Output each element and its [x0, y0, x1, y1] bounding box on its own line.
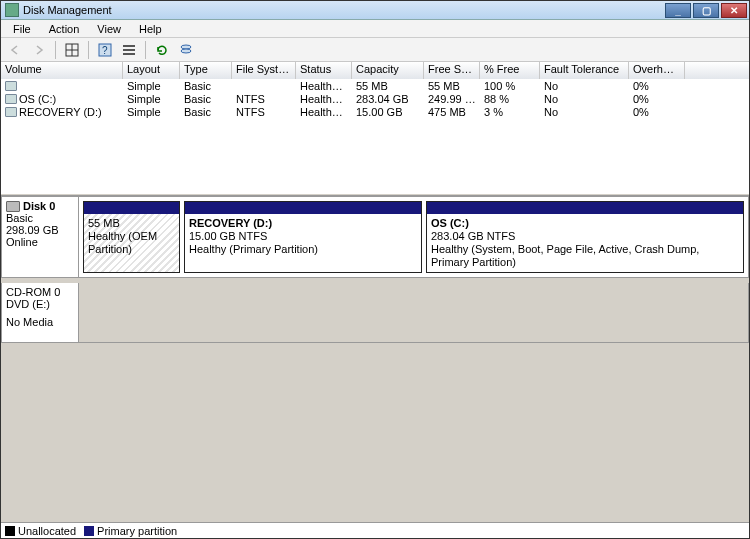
back-button: [5, 40, 25, 60]
partition-bar: [427, 202, 743, 214]
help-button[interactable]: ?: [95, 40, 115, 60]
cell-overhead: 0%: [629, 80, 685, 92]
partition-size: 55 MB: [88, 217, 175, 230]
cdrom-sub: DVD (E:): [6, 298, 74, 310]
table-row[interactable]: Simple Basic Healthy (... 55 MB 55 MB 10…: [1, 79, 749, 92]
cell-capacity: 283.04 GB: [352, 93, 424, 105]
col-layout[interactable]: Layout: [123, 62, 180, 79]
table-body: Simple Basic Healthy (... 55 MB 55 MB 10…: [1, 79, 749, 118]
disk-title: Disk 0: [23, 200, 55, 212]
empty-area: [1, 343, 749, 522]
menu-view[interactable]: View: [89, 22, 129, 36]
cell-status: Healthy (P...: [296, 106, 352, 118]
col-filesystem[interactable]: File System: [232, 62, 296, 79]
cell-type: Basic: [180, 106, 232, 118]
cell-free: 55 MB: [424, 80, 480, 92]
refresh-button[interactable]: [152, 40, 172, 60]
svg-rect-5: [123, 45, 135, 47]
rescan-button[interactable]: [176, 40, 196, 60]
disk-stack-icon: [179, 43, 193, 57]
partition-recovery[interactable]: RECOVERY (D:) 15.00 GB NTFS Healthy (Pri…: [184, 201, 422, 273]
partition-title: OS (C:): [431, 217, 739, 230]
maximize-button[interactable]: ▢: [693, 3, 719, 18]
cell-free: 475 MB: [424, 106, 480, 118]
cdrom-empty-area: [79, 283, 749, 343]
cell-capacity: 15.00 GB: [352, 106, 424, 118]
close-button[interactable]: ✕: [721, 3, 747, 18]
disk-icon: [6, 201, 20, 212]
col-type[interactable]: Type: [180, 62, 232, 79]
partition-status: Healthy (System, Boot, Page File, Active…: [431, 243, 739, 269]
cdrom-header[interactable]: CD-ROM 0 DVD (E:) No Media: [1, 283, 79, 343]
cell-ft: No: [540, 106, 629, 118]
settings-button[interactable]: [119, 40, 139, 60]
forward-button: [29, 40, 49, 60]
cell-status: Healthy (S...: [296, 93, 352, 105]
cell-status: Healthy (...: [296, 80, 352, 92]
partition-size: 15.00 GB NTFS: [189, 230, 417, 243]
table-empty-area[interactable]: [1, 118, 749, 194]
partition-bar: [84, 202, 179, 214]
svg-rect-6: [123, 49, 135, 51]
cdrom-row: CD-ROM 0 DVD (E:) No Media: [1, 283, 749, 343]
cell-free: 249.99 GB: [424, 93, 480, 105]
col-fault-tolerance[interactable]: Fault Tolerance: [540, 62, 629, 79]
arrow-left-icon: [8, 43, 22, 57]
cdrom-title: CD-ROM 0: [6, 286, 60, 298]
disk-header[interactable]: Disk 0 Basic 298.09 GB Online: [1, 196, 79, 278]
cell-pctfree: 88 %: [480, 93, 540, 105]
volume-icon: [5, 94, 17, 104]
partition-title: RECOVERY (D:): [189, 217, 417, 230]
app-icon: [5, 3, 19, 17]
partition-bar: [185, 202, 421, 214]
col-pctfree[interactable]: % Free: [480, 62, 540, 79]
svg-text:?: ?: [102, 45, 108, 56]
cell-layout: Simple: [123, 106, 180, 118]
toolbar: ?: [1, 38, 749, 62]
legend: Unallocated Primary partition: [1, 522, 749, 538]
cell-layout: Simple: [123, 93, 180, 105]
swatch-primary: [84, 526, 94, 536]
col-capacity[interactable]: Capacity: [352, 62, 424, 79]
col-status[interactable]: Status: [296, 62, 352, 79]
cell-pctfree: 100 %: [480, 80, 540, 92]
console-tree-button[interactable]: [62, 40, 82, 60]
table-row[interactable]: OS (C:) Simple Basic NTFS Healthy (S... …: [1, 92, 749, 105]
cell-fs: NTFS: [232, 93, 296, 105]
grid-icon: [65, 43, 79, 57]
cell-volume: OS (C:): [19, 93, 56, 105]
svg-rect-7: [123, 53, 135, 55]
partition-size: 283.04 GB NTFS: [431, 230, 739, 243]
svg-point-8: [181, 45, 191, 49]
col-volume[interactable]: Volume: [1, 62, 123, 79]
legend-unallocated: Unallocated: [5, 525, 76, 537]
menu-bar: File Action View Help: [1, 20, 749, 38]
menu-help[interactable]: Help: [131, 22, 170, 36]
cell-capacity: 55 MB: [352, 80, 424, 92]
disk-type: Basic: [6, 212, 74, 224]
cell-ft: No: [540, 80, 629, 92]
toolbar-sep: [55, 41, 56, 59]
minimize-button[interactable]: _: [665, 3, 691, 18]
col-overhead[interactable]: Overhead: [629, 62, 685, 79]
col-freespace[interactable]: Free Spa...: [424, 62, 480, 79]
cell-volume: RECOVERY (D:): [19, 106, 102, 118]
menu-file[interactable]: File: [5, 22, 39, 36]
cell-ft: No: [540, 93, 629, 105]
list-icon: [122, 43, 136, 57]
svg-point-9: [181, 49, 191, 53]
disk-row: Disk 0 Basic 298.09 GB Online 55 MB Heal…: [1, 196, 749, 283]
window-title: Disk Management: [23, 4, 665, 16]
partition-oem[interactable]: 55 MB Healthy (OEM Partition): [83, 201, 180, 273]
cell-layout: Simple: [123, 80, 180, 92]
cell-pctfree: 3 %: [480, 106, 540, 118]
disk-state: Online: [6, 236, 74, 248]
partition-os[interactable]: OS (C:) 283.04 GB NTFS Healthy (System, …: [426, 201, 744, 273]
help-icon: ?: [98, 43, 112, 57]
legend-primary: Primary partition: [84, 525, 177, 537]
menu-action[interactable]: Action: [41, 22, 88, 36]
volume-icon: [5, 107, 17, 117]
toolbar-sep: [145, 41, 146, 59]
disk-graphical-view: Disk 0 Basic 298.09 GB Online 55 MB Heal…: [1, 195, 749, 343]
table-row[interactable]: RECOVERY (D:) Simple Basic NTFS Healthy …: [1, 105, 749, 118]
